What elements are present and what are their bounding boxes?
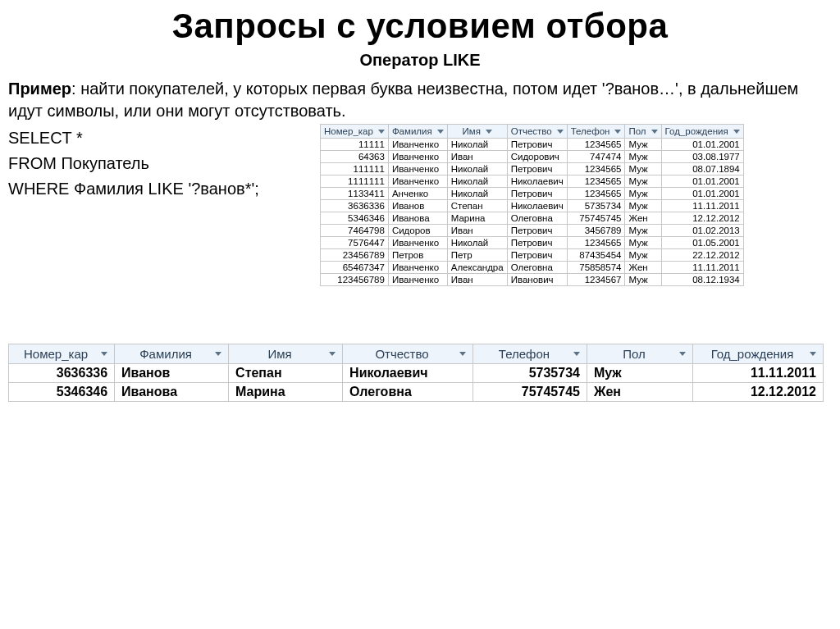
cell-year: 22.12.2012 bbox=[661, 249, 743, 262]
col-header[interactable]: Пол bbox=[587, 344, 692, 364]
cell-otch: Николаевич bbox=[343, 364, 473, 383]
cell-tel: 1234565 bbox=[567, 237, 625, 249]
cell-fam: Иванченко bbox=[388, 237, 447, 249]
table-row[interactable]: 3636336ИвановСтепанНиколаевич5735734Муж1… bbox=[9, 364, 824, 383]
dropdown-icon[interactable] bbox=[378, 130, 385, 134]
table-row[interactable]: 1133411АнченкоНиколайПетрович1234565Муж0… bbox=[321, 188, 744, 200]
cell-name: Марина bbox=[229, 383, 343, 402]
dropdown-icon[interactable] bbox=[101, 352, 107, 356]
source-table: Номер_кар Фамилия Имя Отчество Телефон П… bbox=[320, 124, 744, 286]
cell-fam: Иванов bbox=[388, 200, 447, 212]
cell-otch: Петрович bbox=[507, 139, 567, 151]
col-header[interactable]: Фамилия bbox=[388, 125, 447, 139]
cell-fam: Анченко bbox=[388, 188, 447, 200]
cell-pol: Муж bbox=[625, 274, 661, 286]
cell-fam: Сидоров bbox=[388, 225, 447, 237]
cell-otch: Петрович bbox=[507, 237, 567, 249]
col-header[interactable]: Имя bbox=[447, 125, 507, 139]
dropdown-icon[interactable] bbox=[215, 352, 221, 356]
cell-year: 12.12.2012 bbox=[661, 212, 743, 225]
table-row[interactable]: 11111ИванченкоНиколайПетрович1234565Муж0… bbox=[321, 139, 744, 151]
cell-fam: Иванова bbox=[115, 383, 229, 402]
col-header[interactable]: Телефон bbox=[472, 344, 587, 364]
col-header[interactable]: Фамилия bbox=[115, 344, 229, 364]
col-header[interactable]: Год_рождения bbox=[661, 125, 743, 139]
dropdown-icon[interactable] bbox=[557, 130, 564, 134]
result-table: Номер_кар Фамилия Имя Отчество Телефон П… bbox=[8, 344, 824, 402]
cell-year: 01.02.2013 bbox=[661, 225, 743, 237]
dropdown-icon[interactable] bbox=[733, 130, 740, 134]
col-header[interactable]: Год_рождения bbox=[693, 344, 824, 364]
table-row[interactable]: 7576447ИванченкоНиколайПетрович1234565Му… bbox=[321, 237, 744, 249]
cell-name: Иван bbox=[447, 274, 507, 286]
cell-name: Степан bbox=[447, 200, 507, 212]
col-header[interactable]: Отчество bbox=[343, 344, 473, 364]
table-row[interactable]: 64363ИванченкоИванСидорович747474Муж03.0… bbox=[321, 151, 744, 163]
cell-tel: 5735734 bbox=[567, 200, 625, 212]
table-row[interactable]: 1111111ИванченкоНиколайНиколаевич1234565… bbox=[321, 175, 744, 188]
cell-num: 65467347 bbox=[321, 262, 389, 274]
cell-year: 01.01.2001 bbox=[661, 188, 743, 200]
cell-name: Николай bbox=[447, 139, 507, 151]
cell-num: 123456789 bbox=[321, 274, 389, 286]
cell-name: Николай bbox=[447, 237, 507, 249]
cell-tel: 87435454 bbox=[567, 249, 625, 262]
cell-year: 01.01.2001 bbox=[661, 139, 743, 151]
cell-name: Николай bbox=[447, 175, 507, 188]
table-row[interactable]: 111111ИванченкоНиколайПетрович1234565Муж… bbox=[321, 163, 744, 175]
cell-tel: 747474 bbox=[567, 151, 625, 163]
dropdown-icon[interactable] bbox=[810, 352, 816, 356]
cell-tel: 1234565 bbox=[567, 139, 625, 151]
cell-num: 5346346 bbox=[9, 383, 115, 402]
table-row[interactable]: 3636336ИвановСтепанНиколаевич5735734Муж1… bbox=[321, 200, 744, 212]
cell-year: 11.11.2011 bbox=[661, 200, 743, 212]
cell-otch: Петрович bbox=[507, 225, 567, 237]
dropdown-icon[interactable] bbox=[437, 130, 444, 134]
cell-otch: Олеговна bbox=[343, 383, 473, 402]
table-row[interactable]: 5346346ИвановаМаринаОлеговна75745745Жен1… bbox=[321, 212, 744, 225]
cell-otch: Петрович bbox=[507, 249, 567, 262]
dropdown-icon[interactable] bbox=[614, 130, 621, 134]
dropdown-icon[interactable] bbox=[329, 352, 336, 356]
cell-tel: 1234565 bbox=[567, 175, 625, 188]
cell-tel: 1234567 bbox=[567, 274, 625, 286]
cell-fam: Иванова bbox=[388, 212, 447, 225]
col-header[interactable]: Пол bbox=[625, 125, 661, 139]
cell-pol: Муж bbox=[587, 364, 692, 383]
cell-fam: Иванченко bbox=[388, 139, 447, 151]
cell-fam: Иванченко bbox=[388, 163, 447, 175]
table-row[interactable]: 123456789ИванченкоИванИванович1234567Муж… bbox=[321, 274, 744, 286]
dropdown-icon[interactable] bbox=[651, 130, 658, 134]
col-header[interactable]: Имя bbox=[229, 344, 343, 364]
cell-tel: 75745745 bbox=[472, 383, 587, 402]
col-header[interactable]: Телефон bbox=[567, 125, 625, 139]
cell-name: Иван bbox=[447, 225, 507, 237]
table-row[interactable]: 5346346ИвановаМаринаОлеговна75745745Жен1… bbox=[9, 383, 824, 402]
cell-pol: Муж bbox=[625, 200, 661, 212]
cell-num: 1133411 bbox=[321, 188, 389, 200]
cell-tel: 75858574 bbox=[567, 262, 625, 274]
table-row[interactable]: 65467347ИванченкоАлександраОлеговна75858… bbox=[321, 262, 744, 274]
cell-pol: Жен bbox=[587, 383, 692, 402]
col-header[interactable]: Номер_кар bbox=[321, 125, 389, 139]
cell-pol: Муж bbox=[625, 163, 661, 175]
table-row[interactable]: 23456789ПетровПетрПетрович87435454Муж22.… bbox=[321, 249, 744, 262]
dropdown-icon[interactable] bbox=[486, 130, 492, 134]
example-text: : найти покупателей, у которых первая бу… bbox=[8, 80, 798, 120]
cell-fam: Иванченко bbox=[388, 262, 447, 274]
cell-fam: Иванов bbox=[115, 364, 229, 383]
dropdown-icon[interactable] bbox=[459, 352, 466, 356]
dropdown-icon[interactable] bbox=[679, 352, 686, 356]
cell-year: 08.07.1894 bbox=[661, 163, 743, 175]
table-row[interactable]: 7464798СидоровИванПетрович3456789Муж01.0… bbox=[321, 225, 744, 237]
col-header[interactable]: Номер_кар bbox=[9, 344, 115, 364]
cell-year: 01.01.2001 bbox=[661, 175, 743, 188]
col-header[interactable]: Отчество bbox=[507, 125, 567, 139]
cell-otch: Петрович bbox=[507, 188, 567, 200]
cell-tel: 5735734 bbox=[472, 364, 587, 383]
cell-num: 23456789 bbox=[321, 249, 389, 262]
example-paragraph: Пример: найти покупателей, у которых пер… bbox=[8, 78, 832, 122]
cell-num: 111111 bbox=[321, 163, 389, 175]
dropdown-icon[interactable] bbox=[573, 352, 580, 356]
sql-line-3: WHERE Фамилия LIKE '?ванов*'; bbox=[8, 176, 312, 202]
